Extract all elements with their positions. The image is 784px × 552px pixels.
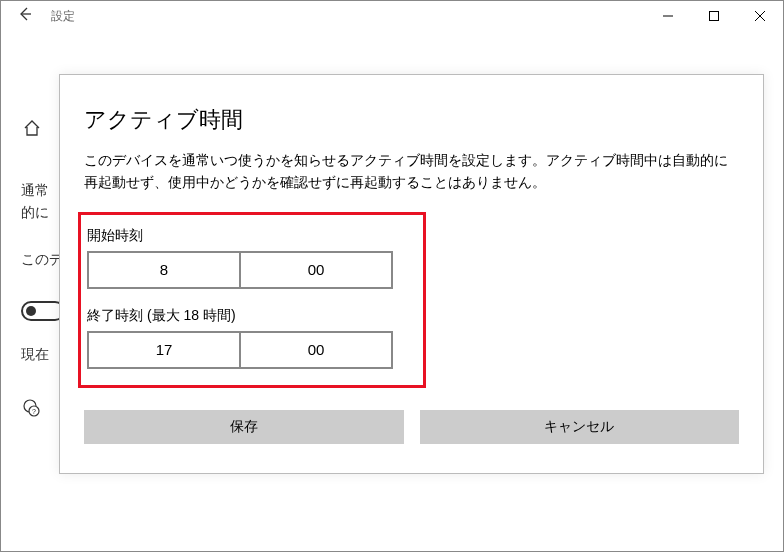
end-minute-input[interactable]: 00 — [241, 333, 391, 367]
dialog-button-row: 保存 キャンセル — [84, 410, 739, 444]
start-minute-input[interactable]: 00 — [241, 253, 391, 287]
dialog-description: このデバイスを通常いつ使うかを知らせるアクティブ時間を設定します。アクティブ時間… — [84, 149, 739, 194]
end-time-label: 終了時刻 (最大 18 時間) — [87, 307, 417, 325]
time-pickers-highlight: 開始時刻 8 00 終了時刻 (最大 18 時間) 17 00 — [78, 212, 426, 388]
start-hour-input[interactable]: 8 — [89, 253, 241, 287]
start-time-picker: 8 00 — [87, 251, 393, 289]
feedback-icon: ? — [21, 398, 41, 423]
start-time-section: 開始時刻 8 00 — [87, 227, 417, 289]
bg-text: 通常 的に — [21, 179, 49, 224]
minimize-button[interactable] — [645, 1, 691, 31]
maximize-button[interactable] — [691, 1, 737, 31]
save-button[interactable]: 保存 — [84, 410, 404, 444]
end-time-picker: 17 00 — [87, 331, 393, 369]
dialog-title: アクティブ時間 — [84, 105, 739, 135]
close-button[interactable] — [737, 1, 783, 31]
end-hour-input[interactable]: 17 — [89, 333, 241, 367]
home-icon — [23, 119, 41, 142]
window-title: 設定 — [51, 8, 75, 25]
svg-rect-1 — [710, 12, 719, 21]
titlebar: 設定 — [1, 1, 783, 31]
svg-text:?: ? — [32, 408, 36, 415]
bg-text: 現在 — [21, 346, 49, 364]
cancel-button[interactable]: キャンセル — [420, 410, 740, 444]
back-button[interactable] — [17, 6, 33, 26]
bg-text: このデ — [21, 251, 63, 269]
start-time-label: 開始時刻 — [87, 227, 417, 245]
end-time-section: 終了時刻 (最大 18 時間) 17 00 — [87, 307, 417, 369]
active-hours-dialog: アクティブ時間 このデバイスを通常いつ使うかを知らせるアクティブ時間を設定します… — [59, 74, 764, 474]
